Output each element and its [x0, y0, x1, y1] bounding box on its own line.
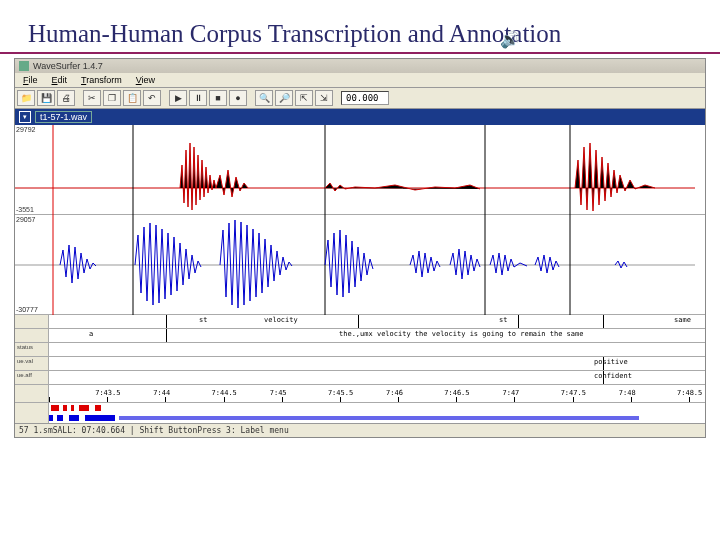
current-filename[interactable]: t1-57-1.wav — [35, 111, 92, 123]
ruler-tick-label: 7:46 — [386, 389, 403, 397]
ruler-tick-label: 7:45 — [270, 389, 287, 397]
tier-status-handle[interactable]: status — [15, 343, 49, 356]
ruler-tick-label: 7:44.5 — [212, 389, 237, 397]
tier-speech[interactable]: st velocity st same — [15, 315, 705, 329]
ruler-handle[interactable] — [15, 385, 49, 402]
speech-seg-4: same — [674, 316, 691, 324]
valence-text: positive — [594, 358, 628, 366]
y-max-ch2: 29057 — [16, 216, 35, 223]
paste-button[interactable]: 📋 — [123, 90, 141, 106]
ruler-tick — [224, 397, 225, 402]
play-button[interactable]: ▶ — [169, 90, 187, 106]
tier-transcript-handle[interactable] — [15, 329, 49, 342]
menu-view[interactable]: View — [130, 74, 161, 86]
tier-status[interactable]: status — [15, 343, 705, 357]
tier-valence-handle[interactable]: ue.val — [15, 357, 49, 370]
ruler-tick-label: 7:48.5 — [677, 389, 702, 397]
stop-button[interactable]: ■ — [209, 90, 227, 106]
time-ruler[interactable]: 7:43.57:447:44.57:457:45.57:467:46.57:47… — [15, 385, 705, 403]
tier-affect[interactable]: ue.aff confident — [15, 371, 705, 385]
overview-channel-2[interactable] — [15, 413, 705, 423]
y-min-ch1: -3551 — [16, 206, 34, 213]
save-button[interactable]: 💾 — [37, 90, 55, 106]
zoom-all-button[interactable]: ⇲ — [315, 90, 333, 106]
tier-affect-handle[interactable]: ue.aff — [15, 371, 49, 384]
zoom-in-button[interactable]: 🔍 — [255, 90, 273, 106]
speech-seg-1: st — [199, 316, 207, 324]
waveform-channel-2[interactable]: 29057 -30777 — [15, 215, 705, 315]
y-max-ch1: 29792 — [16, 126, 35, 133]
status-bar: 57 1.smSALL: 07:40.664 | Shift ButtonPre… — [15, 423, 705, 437]
ruler-tick-label: 7:48 — [619, 389, 636, 397]
wavesurfer-window: WaveSurfer 1.4.7 File Edit Transform Vie… — [14, 58, 706, 438]
speaker-icon: 🔊 — [500, 30, 520, 49]
undo-button[interactable]: ↶ — [143, 90, 161, 106]
record-button[interactable]: ● — [229, 90, 247, 106]
file-dropdown-icon[interactable]: ▾ — [19, 111, 31, 123]
ruler-tick — [689, 397, 690, 402]
open-button[interactable]: 📁 — [17, 90, 35, 106]
ruler-tick — [49, 397, 50, 402]
menu-file[interactable]: File — [17, 74, 44, 86]
speech-seg-3: st — [499, 316, 507, 324]
ruler-tick-label: 7:47.5 — [561, 389, 586, 397]
ruler-tick-label: 7:45.5 — [328, 389, 353, 397]
ruler-tick — [573, 397, 574, 402]
menubar: File Edit Transform View — [15, 73, 705, 88]
ruler-tick — [398, 397, 399, 402]
zoom-out-button[interactable]: 🔎 — [275, 90, 293, 106]
pause-button[interactable]: ⏸ — [189, 90, 207, 106]
y-min-ch2: -30777 — [16, 306, 38, 313]
time-readout: 00.000 — [341, 91, 389, 105]
affect-text: confident — [594, 372, 632, 380]
window-title: WaveSurfer 1.4.7 — [33, 61, 103, 71]
canvas-area: 29792 -3551 — [15, 125, 705, 423]
overview-channel-1[interactable] — [15, 403, 705, 413]
slide-title: Human-Human Corpus Transcription and Ann… — [0, 0, 720, 54]
file-bar: ▾ t1-57-1.wav — [15, 109, 705, 125]
overview-ch1-handle[interactable] — [15, 403, 49, 413]
ruler-tick — [107, 397, 108, 402]
overview-ch2-handle[interactable] — [15, 413, 49, 423]
speech-seg-2: velocity — [264, 316, 298, 324]
menu-edit[interactable]: Edit — [46, 74, 74, 86]
zoom-sel-button[interactable]: ⇱ — [295, 90, 313, 106]
menu-transform[interactable]: Transform — [75, 74, 128, 86]
waveform-channel-1[interactable]: 29792 -3551 — [15, 125, 705, 215]
ruler-tick — [456, 397, 457, 402]
toolbar: 📁 💾 🖨 ✂ ❐ 📋 ↶ ▶ ⏸ ■ ● 🔍 🔎 ⇱ ⇲ 00.000 — [15, 88, 705, 109]
transcript-text: the.,umx velocity the velocity is going … — [339, 330, 583, 338]
print-button[interactable]: 🖨 — [57, 90, 75, 106]
copy-button[interactable]: ❐ — [103, 90, 121, 106]
tier-transcript[interactable]: a the.,umx velocity the velocity is goin… — [15, 329, 705, 343]
ruler-tick-label: 7:44 — [153, 389, 170, 397]
tier-valence[interactable]: ue.val positive — [15, 357, 705, 371]
ruler-tick — [631, 397, 632, 402]
ruler-tick — [340, 397, 341, 402]
ruler-tick — [514, 397, 515, 402]
ruler-tick-label: 7:43.5 — [95, 389, 120, 397]
app-icon — [19, 61, 29, 71]
cut-button[interactable]: ✂ — [83, 90, 101, 106]
tier-speech-handle[interactable] — [15, 315, 49, 328]
ruler-tick — [282, 397, 283, 402]
ruler-tick-label: 7:46.5 — [444, 389, 469, 397]
transcript-a: a — [89, 330, 93, 338]
ruler-tick-label: 7:47 — [502, 389, 519, 397]
window-titlebar[interactable]: WaveSurfer 1.4.7 — [15, 59, 705, 73]
ruler-tick — [165, 397, 166, 402]
